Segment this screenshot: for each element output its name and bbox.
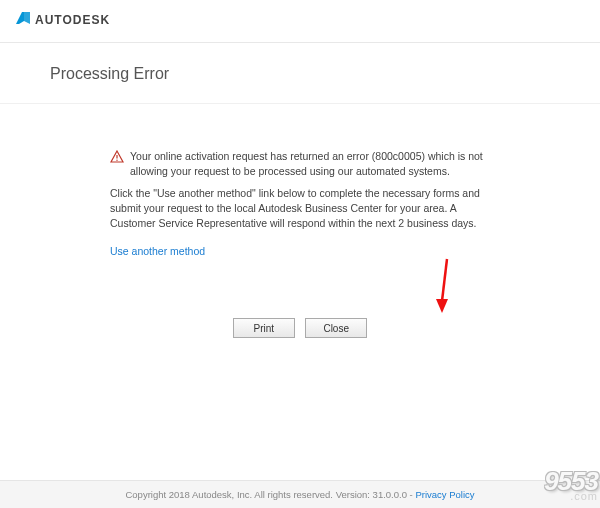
close-button[interactable]: Close <box>305 318 367 338</box>
brand-logo: AUTODESK <box>15 10 110 30</box>
print-button[interactable]: Print <box>233 318 295 338</box>
header: AUTODESK <box>0 0 600 43</box>
title-section: Processing Error <box>0 43 600 104</box>
autodesk-icon <box>15 10 31 30</box>
content-area: Your online activation request has retur… <box>0 104 600 279</box>
copyright-text: Copyright 2018 Autodesk, Inc. All rights… <box>125 489 415 500</box>
svg-point-1 <box>116 160 117 161</box>
svg-marker-3 <box>436 299 448 313</box>
error-row: Your online activation request has retur… <box>110 149 490 178</box>
instruction-text: Click the "Use another method" link belo… <box>110 186 490 230</box>
use-another-method-link[interactable]: Use another method <box>110 245 205 257</box>
brand-text: AUTODESK <box>35 13 110 27</box>
button-row: Print Close <box>0 318 600 338</box>
error-message: Your online activation request has retur… <box>130 149 490 178</box>
warning-icon <box>110 150 124 168</box>
privacy-policy-link[interactable]: Privacy Policy <box>415 489 474 500</box>
footer: Copyright 2018 Autodesk, Inc. All rights… <box>0 480 600 508</box>
page-title: Processing Error <box>50 65 550 83</box>
